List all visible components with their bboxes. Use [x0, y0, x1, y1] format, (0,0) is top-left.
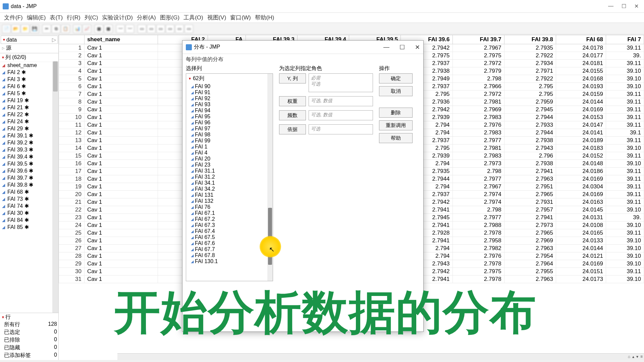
toolbar-ex4-icon[interactable]: ▭ [166, 24, 174, 33]
role-button[interactable]: Y, 列 [279, 73, 306, 83]
grid-cell[interactable]: 2.7982 [452, 245, 504, 252]
menu-analyze[interactable]: 分析(A) [136, 13, 157, 22]
grid-cell[interactable]: Cav 1 [84, 175, 158, 183]
grid-cell[interactable]: 39.11 [606, 98, 644, 106]
action-button[interactable]: 帮助 [379, 133, 413, 143]
grid-cell[interactable]: 24.0181 [556, 60, 606, 67]
grid-cell[interactable]: 2.7957 [504, 206, 556, 214]
grid-cell[interactable]: 39.10 [606, 260, 644, 268]
listbox-item[interactable]: ◢FAI 97 [191, 126, 273, 132]
grid-cell[interactable]: 39.11 [606, 191, 644, 198]
listbox-item[interactable]: ◢FAI 1 [191, 144, 273, 150]
grid-cell[interactable]: Cav 1 [84, 214, 158, 222]
grid-cell[interactable]: 39.11 [606, 106, 644, 114]
grid-cell[interactable]: Cav 1 [84, 137, 158, 144]
grid-cell[interactable]: 24.0144 [556, 245, 606, 252]
grid-cell[interactable]: Cav 1 [84, 183, 158, 191]
grid-cell[interactable]: 2.7983 [452, 114, 504, 121]
menu-edit[interactable]: 编辑(E) [25, 13, 47, 22]
grid-cell[interactable]: 24.0189 [556, 137, 606, 144]
grid-cell[interactable]: 2.795 [504, 90, 556, 98]
grid-h-scrollbar[interactable]: ⌂ ▴ ▾ ≡ [117, 353, 644, 360]
grid-cell[interactable]: 2.7983 [452, 152, 504, 160]
menu-table[interactable]: 表(T) [48, 13, 64, 22]
grid-cell[interactable]: 2.7945 [504, 106, 556, 114]
grid-cell[interactable]: 24.0165 [556, 229, 606, 237]
grid-cell[interactable]: 24.0153 [556, 114, 606, 121]
listbox-scrollbar[interactable] [267, 74, 273, 281]
sidebar-col-item[interactable]: ◢FAI 5 ✱ [0, 90, 58, 97]
grid-cell[interactable]: Cav 1 [84, 152, 158, 160]
grid-cell[interactable]: 2.7941 [504, 214, 556, 222]
grid-cell[interactable]: 39.10 [606, 67, 644, 75]
grid-cell[interactable]: 2.7964 [504, 260, 556, 268]
grid-cell[interactable]: 39.10 [606, 237, 644, 245]
grid-cell[interactable]: 39.10 [606, 222, 644, 229]
grid-header[interactable]: FAI 39.7 [452, 35, 504, 44]
grid-cell[interactable]: Cav 1 [84, 144, 158, 152]
sidebar-col-item[interactable]: ◢FAI 22 ✱ [0, 111, 58, 118]
grid-cell[interactable]: 27 [59, 245, 85, 252]
listbox-item[interactable]: ◢FAI 91 [191, 89, 273, 96]
grid-cell[interactable]: Cav 1 [84, 90, 158, 98]
grid-cell[interactable]: 13 [59, 137, 85, 144]
grid-cell[interactable]: 24.0193 [556, 83, 606, 90]
toolbar-fit-icon[interactable]: 📈 [83, 24, 91, 33]
sidebar-col-item[interactable]: ◢FAI 39.7 ✱ [0, 174, 58, 181]
grid-cell[interactable]: 24.0169 [556, 106, 606, 114]
grid-cell[interactable]: 2.7944 [504, 114, 556, 121]
listbox-item[interactable]: ◢FAI 99 [191, 138, 273, 144]
scroll-up-icon[interactable]: ▴ [632, 354, 634, 359]
grid-cell[interactable]: 2.7973 [452, 160, 504, 168]
nav-right-icon[interactable]: ▷ [52, 37, 56, 43]
grid-header[interactable]: FAI 7 [606, 35, 644, 44]
grid-cell[interactable]: 11 [59, 121, 85, 129]
menu-graph[interactable]: 图形(G) [159, 13, 181, 22]
sidebar-col-item[interactable]: ◢FAI 39.5 ✱ [0, 160, 58, 167]
grid-cell[interactable]: 2.7963 [504, 245, 556, 252]
grid-cell[interactable]: 24.0173 [556, 276, 606, 283]
grid-cell[interactable]: 2.7978 [452, 276, 504, 283]
grid-header[interactable] [59, 35, 85, 44]
role-field[interactable]: 可选, 数值 [309, 110, 373, 120]
grid-cell[interactable]: 17 [59, 168, 85, 175]
listbox-item[interactable]: ◢FAI 67.6 [191, 240, 273, 246]
toolbar-chart2-icon[interactable]: 〰 [125, 24, 134, 33]
sidebar-col-item[interactable]: ◢FAI 39.8 ✱ [0, 181, 58, 188]
grid-cell[interactable]: 24.0148 [556, 160, 606, 168]
listbox-item[interactable]: ◢FAI 95 [191, 114, 273, 120]
grid-cell[interactable]: 39.10 [606, 160, 644, 168]
grid-cell[interactable]: 24.0178 [556, 44, 606, 52]
grid-header[interactable]: sheet_name [84, 35, 158, 44]
sidebar-data-header[interactable]: ▼ data ▷ [1, 36, 58, 44]
grid-cell[interactable]: 39.11 [606, 137, 644, 144]
grid-cell[interactable]: 2 [59, 52, 85, 60]
listbox-item[interactable]: ◢FAI 20 [191, 156, 273, 162]
grid-cell[interactable]: 2.7969 [504, 237, 556, 245]
listbox-item[interactable]: ◢FAI 94 [191, 108, 273, 114]
grid-cell[interactable]: 24.0133 [556, 237, 606, 245]
grid-cell[interactable]: 2.798 [452, 206, 504, 214]
toolbar-folder-icon[interactable]: 📁 [21, 24, 30, 33]
sidebar-cols-header[interactable]: ▼ 列 (62/0) [0, 53, 58, 62]
sidebar-col-item[interactable]: ◢FAI 39.2 ✱ [0, 139, 58, 146]
grid-cell[interactable]: Cav 1 [84, 268, 158, 276]
grid-cell[interactable]: 2.7954 [504, 252, 556, 260]
grid-cell[interactable]: Cav 1 [84, 168, 158, 175]
column-listbox[interactable]: ▼ 62列 ◢FAI 90◢FAI 91◢FAI 92◢FAI 93◢FAI 9… [186, 73, 273, 281]
grid-cell[interactable]: Cav 1 [84, 83, 158, 90]
grid-cell[interactable]: Cav 1 [84, 106, 158, 114]
role-field[interactable]: 必需可选 [309, 73, 373, 92]
grid-cell[interactable]: 39.10 [606, 144, 644, 152]
role-field[interactable]: 可选 [309, 124, 373, 134]
grid-cell[interactable]: 31 [59, 276, 85, 283]
grid-cell[interactable]: 2.7938 [504, 137, 556, 144]
role-button[interactable]: 频数 [279, 110, 306, 120]
grid-cell[interactable]: 26 [59, 237, 85, 245]
grid-cell[interactable]: 2.7981 [452, 98, 504, 106]
toolbar-save-icon[interactable]: 💾 [30, 24, 39, 33]
grid-cell[interactable]: 2.7922 [504, 52, 556, 60]
grid-cell[interactable]: Cav 1 [84, 52, 158, 60]
grid-cell[interactable]: 2.795 [504, 83, 556, 90]
grid-cell[interactable]: 2.7978 [452, 229, 504, 237]
